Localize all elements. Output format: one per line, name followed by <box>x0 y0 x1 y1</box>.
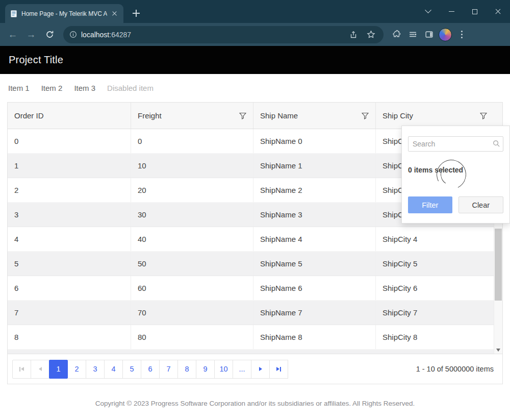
pager-page-2[interactable]: 2 <box>67 360 86 379</box>
cell-ship-name: ShipName 8 <box>253 325 375 349</box>
browser-window: Home Page - My Telerik MVC Ap ← → localh… <box>0 0 510 46</box>
address-bar[interactable]: localhost:64287 <box>63 26 384 43</box>
extension-lines-icon[interactable] <box>406 28 419 41</box>
cell-freight: 0 <box>131 129 253 153</box>
forward-icon[interactable]: → <box>23 27 39 42</box>
cell-ship-city: ShipCity 4 <box>375 227 502 251</box>
new-tab-button[interactable] <box>132 9 142 19</box>
scrollbar-thumb[interactable] <box>495 229 502 301</box>
pager-page-3[interactable]: 3 <box>86 360 105 379</box>
table-row[interactable]: 4 40 ShipName 4 ShipCity 4 <box>8 227 502 252</box>
page-favicon-icon <box>10 10 18 18</box>
url-text: localhost:64287 <box>81 31 131 39</box>
cell-freight: 10 <box>131 154 253 178</box>
pager-page-1[interactable]: 1 <box>49 360 68 379</box>
filter-funnel-icon[interactable] <box>239 112 246 119</box>
pager-next-button[interactable] <box>251 360 270 379</box>
scrollbar-down-arrow-icon[interactable] <box>496 349 500 352</box>
browser-toolbar: ← → localhost:64287 <box>0 23 510 46</box>
window-controls <box>416 0 510 23</box>
cell-freight: 50 <box>131 252 253 276</box>
cell-order-id: 3 <box>8 203 131 227</box>
table-row-partial <box>8 350 502 354</box>
pager-page-6[interactable]: 6 <box>141 360 160 379</box>
items-selected-status: 0 items selected <box>408 166 503 174</box>
cell-order-id: 7 <box>8 301 131 325</box>
pager-first-button[interactable] <box>12 360 31 379</box>
extensions-puzzle-icon[interactable] <box>390 28 403 41</box>
pager-last-button[interactable] <box>269 360 288 379</box>
loading-spinner-icon <box>432 156 470 193</box>
cell-ship-city: ShipCity 5 <box>375 252 502 276</box>
cell-order-id: 8 <box>8 325 131 349</box>
menu-item-2[interactable]: Item 2 <box>41 84 63 92</box>
column-header-order-id[interactable]: Order ID <box>8 103 131 129</box>
column-header-ship-city[interactable]: Ship City <box>375 103 502 129</box>
menu-item-disabled: Disabled item <box>107 84 154 92</box>
cell-order-id: 2 <box>8 178 131 202</box>
pager-page-8[interactable]: 8 <box>177 360 196 379</box>
pager-page-9[interactable]: 9 <box>196 360 215 379</box>
cell-ship-city: ShipCity 8 <box>375 325 502 349</box>
cell-order-id: 6 <box>8 276 131 300</box>
pager-page-7[interactable]: 7 <box>159 360 178 379</box>
refresh-icon[interactable] <box>42 27 57 42</box>
cell-freight: 60 <box>131 276 253 300</box>
maximize-button[interactable] <box>463 0 487 23</box>
cell-ship-city: ShipCity 7 <box>375 301 502 325</box>
cell-ship-name: ShipName 6 <box>253 276 375 300</box>
window-close-button[interactable] <box>487 0 510 23</box>
filter-funnel-icon[interactable] <box>480 112 487 119</box>
tab-title: Home Page - My Telerik MVC Ap <box>21 10 107 17</box>
column-header-ship-name[interactable]: Ship Name <box>253 103 375 129</box>
menu-bar: Item 1 Item 2 Item 3 Disabled item <box>0 74 510 102</box>
pager-info: 1 - 10 of 5000000 items <box>416 365 498 373</box>
cell-ship-name: ShipName 3 <box>253 203 375 227</box>
cell-freight: 80 <box>131 325 253 349</box>
filter-button[interactable]: Filter <box>408 196 452 213</box>
page-title: Project Title <box>9 54 63 66</box>
avatar[interactable] <box>439 28 452 41</box>
back-icon[interactable]: ← <box>5 27 20 42</box>
app-header: Project Title <box>0 46 510 74</box>
table-row[interactable]: 8 80 ShipName 8 ShipCity 8 <box>8 325 502 350</box>
cell-freight: 30 <box>131 203 253 227</box>
cell-order-id: 4 <box>8 227 131 251</box>
cell-ship-city: ShipCity 6 <box>375 276 502 300</box>
share-icon[interactable] <box>347 28 360 41</box>
cell-order-id: 5 <box>8 252 131 276</box>
tab-strip: Home Page - My Telerik MVC Ap <box>0 0 510 23</box>
cell-ship-name: ShipName 1 <box>253 154 375 178</box>
search-icon <box>493 140 500 147</box>
pager-page-4[interactable]: 4 <box>104 360 123 379</box>
cell-freight: 70 <box>131 301 253 325</box>
search-input[interactable] <box>408 136 503 152</box>
cell-ship-name: ShipName 2 <box>253 178 375 202</box>
side-panel-icon[interactable] <box>422 28 436 41</box>
grid-pager: 1 2 3 4 5 6 7 8 9 10 ... 1 - 10 of 50000… <box>8 354 502 384</box>
bookmark-star-icon[interactable] <box>364 28 377 41</box>
cell-ship-name: ShipName 5 <box>253 252 375 276</box>
filter-popup: 0 items selected Filter Clear <box>401 126 510 224</box>
pager-prev-button[interactable] <box>31 360 49 379</box>
pager-more-pages[interactable]: ... <box>233 360 251 379</box>
table-row[interactable]: 6 60 ShipName 6 ShipCity 6 <box>8 276 502 301</box>
chevron-down-icon[interactable] <box>416 0 440 23</box>
menu-kebab-icon[interactable] <box>455 28 468 41</box>
cell-ship-name: ShipName 0 <box>253 129 375 153</box>
browser-tab[interactable]: Home Page - My Telerik MVC Ap <box>5 4 123 23</box>
pager-page-10[interactable]: 10 <box>214 360 233 379</box>
tab-close-icon[interactable] <box>111 10 119 18</box>
table-row[interactable]: 7 70 ShipName 7 ShipCity 7 <box>8 301 502 325</box>
menu-item-1[interactable]: Item 1 <box>8 84 30 92</box>
info-icon[interactable] <box>69 31 77 38</box>
table-row[interactable]: 5 50 ShipName 5 ShipCity 5 <box>8 252 502 276</box>
pager-page-5[interactable]: 5 <box>122 360 141 379</box>
filter-funnel-icon[interactable] <box>362 112 369 119</box>
menu-item-3[interactable]: Item 3 <box>74 84 95 92</box>
cell-order-id: 0 <box>8 129 131 153</box>
cell-freight: 20 <box>131 178 253 202</box>
clear-button[interactable]: Clear <box>458 196 504 213</box>
column-header-freight[interactable]: Freight <box>131 103 253 129</box>
minimize-button[interactable] <box>440 0 463 23</box>
